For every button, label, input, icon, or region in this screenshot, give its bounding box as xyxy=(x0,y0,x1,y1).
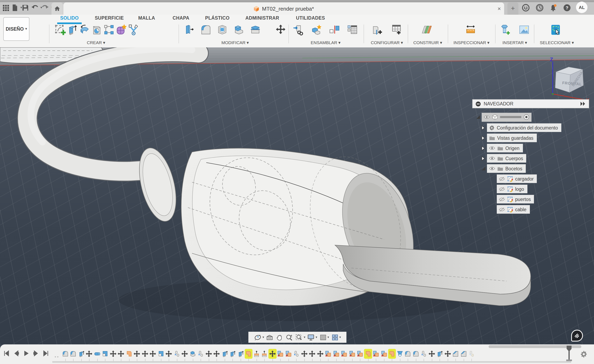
ribbon-tab-malla[interactable]: MALLA xyxy=(136,15,157,20)
ribbon-tab-plástico[interactable]: PLÁSTICO xyxy=(204,15,231,20)
shell-button[interactable] xyxy=(216,24,229,36)
tree-row-puertos[interactable]: puertos xyxy=(497,195,534,203)
timeline-feature-20-move[interactable] xyxy=(213,349,221,359)
timeline-feature-18-copy[interactable] xyxy=(197,349,205,359)
timeline-feature-41-cut[interactable] xyxy=(380,349,388,359)
activate-radio[interactable] xyxy=(523,114,529,120)
viewports-tool[interactable]: ▾ xyxy=(331,333,341,341)
display-settings-icon[interactable] xyxy=(307,333,315,341)
zoom-window-tool[interactable]: ▾ xyxy=(295,333,305,341)
group-label-construir[interactable]: CONSTRUIR ▾ xyxy=(413,40,442,45)
group-label-seleccionar[interactable]: SELECCIONAR ▾ xyxy=(540,40,574,45)
expand-arrow-icon[interactable] xyxy=(481,156,485,161)
timeline-feature-33-move[interactable] xyxy=(316,349,324,359)
timeline-feature-8-move[interactable] xyxy=(117,349,125,359)
tree-row-origen[interactable]: Origen xyxy=(481,144,523,152)
create-sketch-button[interactable] xyxy=(54,24,66,36)
tree-row-bocetos[interactable]: Bocetos xyxy=(481,164,526,173)
timeline-feature-40-cut[interactable] xyxy=(372,349,380,359)
pattern-button[interactable] xyxy=(103,24,115,36)
timeline-feature-44-fillet[interactable] xyxy=(404,349,412,359)
insert-button[interactable] xyxy=(292,24,305,36)
playback-step-forward-button[interactable] xyxy=(33,350,39,357)
parameters-button[interactable] xyxy=(371,24,383,36)
display-settings-caret-icon[interactable]: ▾ xyxy=(316,336,317,339)
derive-button[interactable] xyxy=(128,24,140,36)
timeline-feature-34-cut[interactable] xyxy=(324,349,332,359)
look-at-icon[interactable] xyxy=(266,333,274,341)
bom-button[interactable] xyxy=(346,24,359,36)
zoom-window-icon[interactable] xyxy=(295,333,303,341)
timeline-feature-13-split[interactable] xyxy=(157,349,165,359)
viewports-icon[interactable] xyxy=(331,333,339,341)
timeline-ruler[interactable] xyxy=(52,361,571,363)
tree-row-root[interactable] xyxy=(476,113,532,121)
fastener-button[interactable] xyxy=(499,24,512,36)
pan-icon[interactable] xyxy=(276,333,284,341)
expand-arrow-icon[interactable] xyxy=(481,135,485,140)
timeline-feature-11-move[interactable] xyxy=(141,349,149,359)
timeline-feature-4-move[interactable] xyxy=(85,349,93,359)
timeline-feature-35-cut[interactable] xyxy=(332,349,340,359)
extrude-button[interactable] xyxy=(66,24,78,36)
expand-panel-icon[interactable] xyxy=(580,102,586,106)
timeline-feature-30-copy[interactable] xyxy=(292,349,300,359)
user-avatar[interactable]: AL xyxy=(576,2,587,13)
timeline-feature-26-extrude-o[interactable] xyxy=(260,349,268,359)
help-icon[interactable]: ? xyxy=(563,4,571,12)
timeline-feature-45-fillet[interactable] xyxy=(412,349,420,359)
timeline-feature-36-cut[interactable] xyxy=(340,349,348,359)
eye-off-icon[interactable] xyxy=(499,197,505,202)
collapse-icon[interactable] xyxy=(476,101,481,106)
grid-settings-icon[interactable] xyxy=(319,333,327,341)
press-pull-button[interactable] xyxy=(183,24,196,36)
timeline-settings-gear-icon[interactable] xyxy=(580,351,587,358)
orbit-tool[interactable]: ▾ xyxy=(254,333,264,341)
tree-row-vistas-guardadas[interactable]: Vistas guardadas xyxy=(481,134,537,142)
timeline-feature-15-copy[interactable] xyxy=(173,349,181,359)
timeline-feature-32-move[interactable] xyxy=(308,349,316,359)
new-tab-button[interactable]: + xyxy=(507,2,518,15)
playback-play-button[interactable] xyxy=(23,350,29,357)
feedback-badge-icon[interactable] xyxy=(571,330,583,342)
group-label-inspeccionar[interactable]: INSPECCIONAR ▾ xyxy=(453,40,489,45)
group-label-crear[interactable]: CREAR ▾ xyxy=(87,40,105,45)
playback-go-to-start-button[interactable] xyxy=(3,350,10,357)
canvas-button[interactable] xyxy=(518,24,530,36)
timeline-feature-28-cut[interactable] xyxy=(276,349,284,359)
fillet-button[interactable] xyxy=(200,24,212,36)
group-label-insertar[interactable]: INSERTAR ▾ xyxy=(502,40,527,45)
grid-settings-tool[interactable]: ▾ xyxy=(319,333,329,341)
timeline-position-marker[interactable] xyxy=(566,346,572,362)
playback-step-back-button[interactable] xyxy=(13,350,20,357)
orbit-caret-icon[interactable]: ▾ xyxy=(263,336,264,339)
ribbon-tab-chapa[interactable]: CHAPA xyxy=(171,15,191,20)
eye-on-icon[interactable] xyxy=(489,146,495,150)
timeline-feature-10-move[interactable] xyxy=(133,349,141,359)
document-tab[interactable]: MT02_render prueba* × xyxy=(63,2,504,15)
pan-tool[interactable] xyxy=(276,333,284,341)
grid-settings-caret-icon[interactable]: ▾ xyxy=(327,336,329,339)
playback-go-to-end-button[interactable] xyxy=(42,350,49,357)
viewports-caret-icon[interactable]: ▾ xyxy=(339,336,341,339)
expand-arrow-icon[interactable] xyxy=(481,166,485,171)
extensions-icon[interactable] xyxy=(522,4,530,12)
offset-face-button[interactable] xyxy=(249,24,262,36)
tree-row-cargador[interactable]: cargador xyxy=(497,175,537,183)
orbit-icon[interactable] xyxy=(254,333,262,341)
eye-icon[interactable] xyxy=(484,115,490,119)
timeline-feature-27-move[interactable] xyxy=(268,349,276,359)
timeline-feature-49-move[interactable] xyxy=(444,349,452,359)
timeline-feature-52-copy-faded[interactable] xyxy=(468,349,476,359)
tree-row-logo[interactable]: logo xyxy=(497,185,527,193)
expand-arrow-icon[interactable] xyxy=(476,115,480,120)
expand-arrow-icon[interactable] xyxy=(481,125,485,130)
notifications-bell-icon[interactable] xyxy=(549,4,557,12)
timeline-feature-48-extrude[interactable] xyxy=(436,349,444,359)
joint-button[interactable] xyxy=(328,24,341,36)
timeline-feature-25-extrude-o[interactable] xyxy=(252,349,260,359)
timeline-feature-19-move[interactable] xyxy=(205,349,213,359)
tab-close-icon[interactable]: × xyxy=(498,5,501,12)
ribbon-tab-solido[interactable]: SOLIDO xyxy=(57,15,82,20)
zoom-icon[interactable] xyxy=(285,333,294,341)
